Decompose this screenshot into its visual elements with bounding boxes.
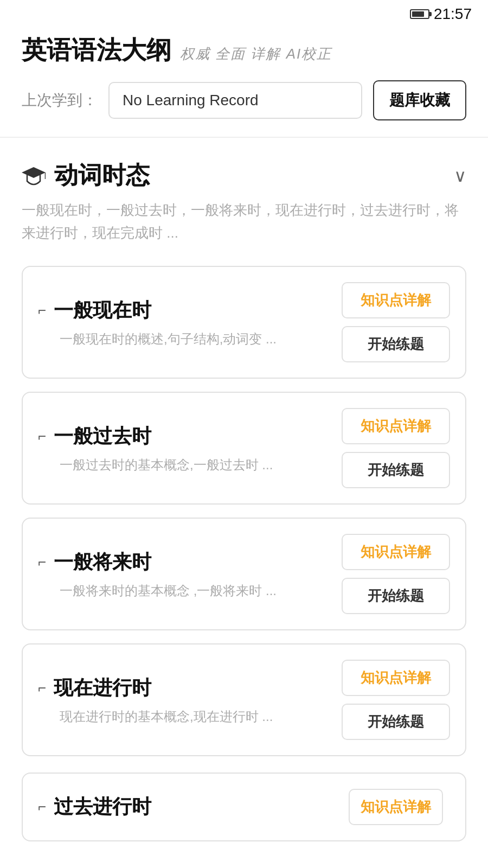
card-item-2: ⌐ 一般过去时 一般过去时的基本概念,一般过去时 ... 知识点详解 开始练题 [22,392,466,505]
graduation-cap-icon [22,164,46,188]
battery-icon [410,9,429,19]
chevron-down-icon[interactable]: ∨ [454,165,466,186]
card-item-4: ⌐ 现在进行时 现在进行时的基本概念,现在进行时 ... 知识点详解 开始练题 [22,643,466,756]
bookmark-icon-4: ⌐ [38,680,46,697]
detail-button-3[interactable]: 知识点详解 [342,534,450,570]
partial-card: ⌐ 过去进行时 知识点详解 [22,773,466,841]
card-title-1: 一般现在时 [54,297,151,324]
card-actions-1: 知识点详解 开始练题 [342,282,450,362]
last-study-input[interactable] [108,82,362,119]
partial-card-title: 过去进行时 [54,794,151,820]
page-title: 英语语法大纲 [22,34,171,67]
partial-card-detail-button[interactable]: 知识点详解 [349,789,443,825]
card-title-row-3: ⌐ 一般将来时 [38,549,331,576]
card-desc-4: 现在进行时的基本概念,现在进行时 ... [38,708,331,725]
card-actions-4: 知识点详解 开始练题 [342,660,450,740]
status-bar: 21:57 [0,0,488,28]
status-bar-time: 21:57 [434,5,472,23]
practice-button-2[interactable]: 开始练题 [342,452,450,488]
card-left-1: ⌐ 一般现在时 一般现在时的概述,句子结构,动词变 ... [38,297,331,348]
cards-container: ⌐ 一般现在时 一般现在时的概述,句子结构,动词变 ... 知识点详解 开始练题… [0,266,488,773]
card-left-3: ⌐ 一般将来时 一般将来时的基本概念 ,一般将来时 ... [38,549,331,599]
detail-button-1[interactable]: 知识点详解 [342,282,450,318]
bookmark-icon: ⌐ [38,799,46,815]
last-study-row: 上次学到： 题库收藏 [22,80,466,120]
section-title-row: 动词时态 [22,159,150,192]
card-desc-3: 一般将来时的基本概念 ,一般将来时 ... [38,582,331,599]
section-header: 动词时态 ∨ [22,159,466,192]
card-left-2: ⌐ 一般过去时 一般过去时的基本概念,一般过去时 ... [38,423,331,474]
header-divider [0,137,488,138]
partial-card-title-row: ⌐ 过去进行时 [38,794,342,820]
card-actions-2: 知识点详解 开始练题 [342,408,450,488]
card-left-4: ⌐ 现在进行时 现在进行时的基本概念,现在进行时 ... [38,675,331,725]
bookmark-icon-1: ⌐ [38,302,46,319]
card-title-row-2: ⌐ 一般过去时 [38,423,331,450]
svg-marker-0 [22,167,46,178]
bookmark-icon-2: ⌐ [38,428,46,445]
header: 英语语法大纲 权威 全面 详解 AI校正 上次学到： 题库收藏 [0,28,488,131]
card-desc-2: 一般过去时的基本概念,一般过去时 ... [38,456,331,474]
card-actions-3: 知识点详解 开始练题 [342,534,450,614]
section-title: 动词时态 [54,159,150,192]
card-title-3: 一般将来时 [54,549,151,576]
card-desc-1: 一般现在时的概述,句子结构,动词变 ... [38,330,331,348]
card-title-4: 现在进行时 [54,675,151,701]
partial-card-actions: 知识点详解 [342,789,450,825]
section-header-area: 动词时态 ∨ 一般现在时，一般过去时，一般将来时，现在进行时，过去进行时，将来进… [0,143,488,266]
practice-button-3[interactable]: 开始练题 [342,578,450,614]
card-title-row-4: ⌐ 现在进行时 [38,675,331,701]
section-subtitle: 一般现在时，一般过去时，一般将来时，现在进行时，过去进行时，将来进行时，现在完成… [22,199,466,244]
detail-button-4[interactable]: 知识点详解 [342,660,450,696]
partial-card-left: ⌐ 过去进行时 [38,794,342,820]
page-subtitle: 权威 全面 详解 AI校正 [180,44,332,63]
card-item-3: ⌐ 一般将来时 一般将来时的基本概念 ,一般将来时 ... 知识点详解 开始练题 [22,518,466,630]
card-title-2: 一般过去时 [54,423,151,450]
collection-button[interactable]: 题库收藏 [373,80,466,120]
card-title-row-1: ⌐ 一般现在时 [38,297,331,324]
last-study-label: 上次学到： [22,90,98,111]
detail-button-2[interactable]: 知识点详解 [342,408,450,444]
practice-button-4[interactable]: 开始练题 [342,704,450,740]
bookmark-icon-3: ⌐ [38,554,46,571]
practice-button-1[interactable]: 开始练题 [342,326,450,362]
card-item-1: ⌐ 一般现在时 一般现在时的概述,句子结构,动词变 ... 知识点详解 开始练题 [22,266,466,379]
title-row: 英语语法大纲 权威 全面 详解 AI校正 [22,34,466,67]
